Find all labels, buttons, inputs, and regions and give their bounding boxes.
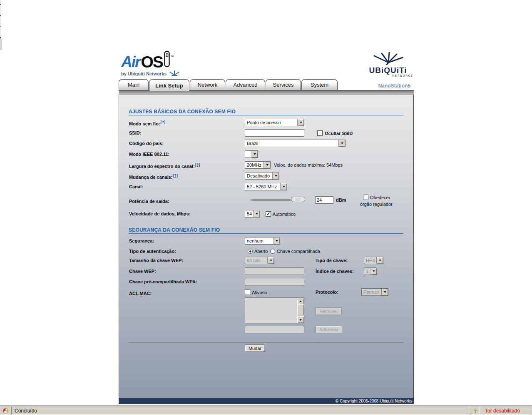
airos-byline: by Ubiquiti Networks bbox=[121, 71, 167, 76]
chevron-down-icon bbox=[341, 142, 343, 144]
acl-enabled-checkbox[interactable] bbox=[245, 290, 250, 295]
help-link[interactable]: [?] bbox=[195, 162, 200, 167]
airos-logo-os: OS bbox=[141, 54, 162, 70]
obey-label-2: órgão regulador bbox=[360, 202, 393, 207]
window-edge-tick bbox=[0, 15, 1, 16]
wep-key-length-select: 64 bits bbox=[245, 257, 274, 264]
airos-logo-air: Air bbox=[121, 55, 140, 70]
copyright-bar: © Copyright 2006-2008 Ubiquiti Networks bbox=[119, 398, 414, 404]
scrollbar-thumb[interactable] bbox=[297, 305, 304, 315]
spectrum-width-select[interactable]: 20MHz bbox=[245, 161, 271, 169]
tab-system[interactable]: System bbox=[301, 79, 338, 90]
nav-tabs: Main Link Setup Network Advanced Service… bbox=[119, 79, 414, 90]
ssid-label: SSID: bbox=[129, 130, 141, 135]
acl-mac-label: ACL MAC: bbox=[129, 291, 152, 296]
chevron-down-icon bbox=[254, 153, 256, 155]
security-section-title: SEGURANÇA DA CONEXÃO SEM FIO bbox=[129, 227, 220, 233]
ssid-input[interactable] bbox=[245, 129, 304, 137]
add-button[interactable]: Adicionar bbox=[316, 326, 342, 333]
auth-open-radio[interactable] bbox=[248, 249, 253, 254]
window-edge-tick bbox=[0, 4, 1, 5]
protocol-label: Protocolo: bbox=[316, 290, 338, 295]
data-rate-select[interactable]: 54 bbox=[245, 210, 260, 218]
chevron-down-icon bbox=[270, 260, 272, 261]
wep-key-input bbox=[245, 268, 304, 275]
nanostation-device-icon bbox=[164, 51, 170, 69]
chevron-down-icon bbox=[283, 186, 285, 188]
ubiquiti-logo-sub: NETWORKS bbox=[363, 74, 413, 77]
key-index-select: 1 bbox=[364, 268, 377, 275]
chevron-down-icon bbox=[275, 175, 277, 177]
security-mode-select[interactable]: nenhum bbox=[245, 237, 280, 245]
acl-mac-input bbox=[245, 326, 304, 333]
arrow-down-icon bbox=[299, 319, 302, 321]
ubiquiti-antenna-icon bbox=[370, 52, 406, 65]
status-icon-panel bbox=[1, 407, 10, 415]
airos-page: Air OS ™ by Ubiquiti Networks bbox=[119, 50, 414, 404]
output-power-label: Potência de saída: bbox=[129, 199, 169, 204]
dbm-unit-label: dBm bbox=[336, 198, 346, 202]
wpa-psk-input bbox=[245, 278, 304, 285]
acl-enabled-label: Ativado bbox=[252, 290, 267, 295]
spectrum-width-label: Largura do espectro do canal:[?] bbox=[129, 162, 200, 169]
help-link[interactable]: [?] bbox=[173, 173, 178, 178]
wpa-psk-label: Chave pré-compartilhada WPA: bbox=[129, 279, 197, 284]
trademark-symbol: ™ bbox=[171, 55, 174, 59]
auto-rate-label: Automático bbox=[273, 212, 296, 217]
wep-key-length-label: Tamanho da chave WEP: bbox=[129, 258, 183, 263]
scroll-down-button[interactable] bbox=[297, 317, 304, 323]
scrollbar[interactable] bbox=[297, 298, 304, 323]
auto-rate-checkbox[interactable]: ✓ bbox=[266, 211, 271, 217]
ubiquiti-logo: UBiQUiTi NETWORKS bbox=[363, 52, 413, 77]
tab-advanced[interactable]: Advanced bbox=[226, 79, 265, 90]
section-underline bbox=[129, 233, 403, 234]
auth-shared-label: Chave compartilhada bbox=[277, 249, 320, 254]
acl-mac-listbox[interactable] bbox=[245, 298, 304, 323]
country-select[interactable]: Brazil bbox=[245, 140, 346, 147]
chevron-down-icon bbox=[379, 260, 381, 261]
remove-button[interactable]: Remover bbox=[316, 308, 342, 315]
hide-ssid-checkbox[interactable] bbox=[317, 130, 323, 136]
wireless-mode-select[interactable]: Ponto de acesso bbox=[245, 119, 304, 126]
channel-shift-select[interactable]: Desativado bbox=[245, 172, 279, 180]
ieee-mode-label: Modo IEEE 802.11: bbox=[129, 152, 169, 157]
tor-status-panel[interactable]: Tor desabilitado bbox=[481, 407, 531, 415]
output-power-input[interactable] bbox=[315, 196, 333, 204]
antenna-icon bbox=[169, 70, 180, 78]
ubiquiti-logo-text: UBiQUiTi bbox=[363, 67, 413, 74]
auth-open-label: Aberto bbox=[254, 249, 268, 254]
header: Air OS ™ by Ubiquiti Networks bbox=[119, 50, 414, 79]
obey-label: Obedecer bbox=[370, 195, 390, 200]
ieee-mode-select[interactable] bbox=[245, 150, 258, 158]
output-power-slider-handle[interactable]: /// bbox=[291, 197, 305, 202]
content-panel: AJUSTES BÁSICOS DA CONEXÃO SEM FIO Modo … bbox=[119, 95, 414, 398]
loading-pie-icon bbox=[2, 408, 9, 414]
channel-shift-label: Mudança de canais:[?] bbox=[129, 173, 178, 180]
scroll-up-button[interactable] bbox=[297, 298, 304, 304]
security-mode-label: Segurança: bbox=[129, 238, 154, 243]
arrow-up-icon bbox=[299, 300, 302, 302]
change-button[interactable]: Mudar bbox=[245, 345, 265, 352]
key-type-label: Tipo de chave: bbox=[316, 258, 348, 263]
auth-shared-radio[interactable] bbox=[270, 249, 275, 254]
channel-label: Canal: bbox=[129, 184, 143, 189]
window-edge-tick bbox=[0, 26, 0, 27]
protocol-select: Permitir bbox=[361, 288, 388, 296]
help-link[interactable]: [?] bbox=[161, 120, 166, 124]
data-rate-label: Velocidade de dados, Mbps: bbox=[129, 211, 190, 216]
channel-select[interactable]: 52 - 5260 MHz bbox=[245, 183, 287, 190]
airos-logo: Air OS ™ by Ubiquiti Networks bbox=[121, 51, 180, 78]
tab-network[interactable]: Network bbox=[190, 79, 225, 90]
status-text: Concluído bbox=[12, 408, 37, 414]
tab-link-setup[interactable]: Link Setup bbox=[149, 79, 189, 91]
hide-ssid-label: Ocultar SSID bbox=[325, 131, 353, 136]
basic-section-title: AJUSTES BÁSICOS DA CONEXÃO SEM FIO bbox=[129, 109, 236, 115]
status-text-panel: Concluído bbox=[11, 407, 469, 415]
tor-icon-panel[interactable]: ☥ bbox=[471, 407, 480, 415]
form-divider bbox=[129, 342, 403, 342]
tab-services[interactable]: Services bbox=[266, 79, 301, 90]
key-index-label: Índice de chaves: bbox=[316, 269, 354, 274]
tab-main[interactable]: Main bbox=[119, 79, 149, 90]
window-edge-tick bbox=[0, 37, 1, 38]
obey-regulatory-checkbox[interactable] bbox=[363, 195, 368, 200]
